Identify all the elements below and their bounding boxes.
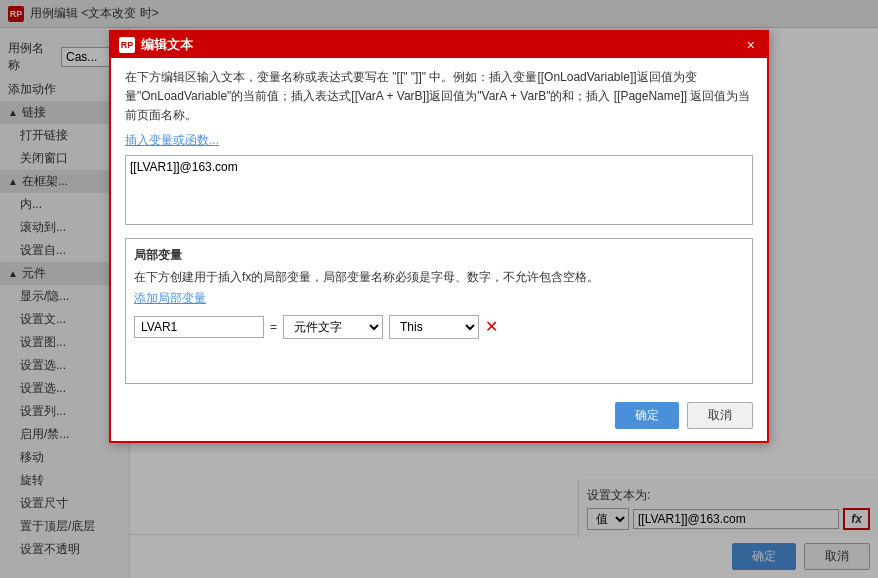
local-var-section: 局部变量 在下方创建用于插入fx的局部变量，局部变量名称必须是字母、数字，不允许… <box>125 238 753 384</box>
local-var-area: = 元件文字 元件值 选中状态 This ✕ <box>134 315 744 375</box>
modal-textarea[interactable]: [[LVAR1]]@163.com <box>125 155 753 225</box>
modal-cancel-button[interactable]: 取消 <box>687 402 753 429</box>
modal-dialog: RP 编辑文本 × 在下方编辑区输入文本，变量名称或表达式要写在 "[[" "]… <box>109 30 769 443</box>
var-name-input[interactable] <box>134 316 264 338</box>
modal-footer: 确定 取消 <box>111 394 767 441</box>
insert-variable-link[interactable]: 插入变量或函数... <box>125 133 219 147</box>
modal-title: 编辑文本 <box>141 36 193 54</box>
local-var-row: = 元件文字 元件值 选中状态 This ✕ <box>134 315 744 339</box>
modal-close-button[interactable]: × <box>743 37 759 53</box>
modal-titlebar: RP 编辑文本 × <box>111 32 767 58</box>
var-value-select[interactable]: This <box>389 315 479 339</box>
modal-body: 在下方编辑区输入文本，变量名称或表达式要写在 "[[" "]]" 中。例如：插入… <box>111 58 767 394</box>
modal-confirm-button[interactable]: 确定 <box>615 402 679 429</box>
modal-description: 在下方编辑区输入文本，变量名称或表达式要写在 "[[" "]]" 中。例如：插入… <box>125 68 753 126</box>
local-var-title: 局部变量 <box>134 247 744 264</box>
outer-window: RP 用例编辑 <文本改变 时> 用例名称 添加动作 ▲ 链接 打开链接 关闭窗… <box>0 0 878 578</box>
modal-rp-icon: RP <box>119 37 135 53</box>
var-eq-sign: = <box>270 320 277 334</box>
modal-overlay: RP 编辑文本 × 在下方编辑区输入文本，变量名称或表达式要写在 "[[" "]… <box>0 0 878 578</box>
var-delete-button[interactable]: ✕ <box>485 317 498 336</box>
local-var-desc: 在下方创建用于插入fx的局部变量，局部变量名称必须是字母、数字，不允许包含空格。 <box>134 268 744 286</box>
add-local-var-link[interactable]: 添加局部变量 <box>134 291 206 305</box>
var-type-select[interactable]: 元件文字 元件值 选中状态 <box>283 315 383 339</box>
